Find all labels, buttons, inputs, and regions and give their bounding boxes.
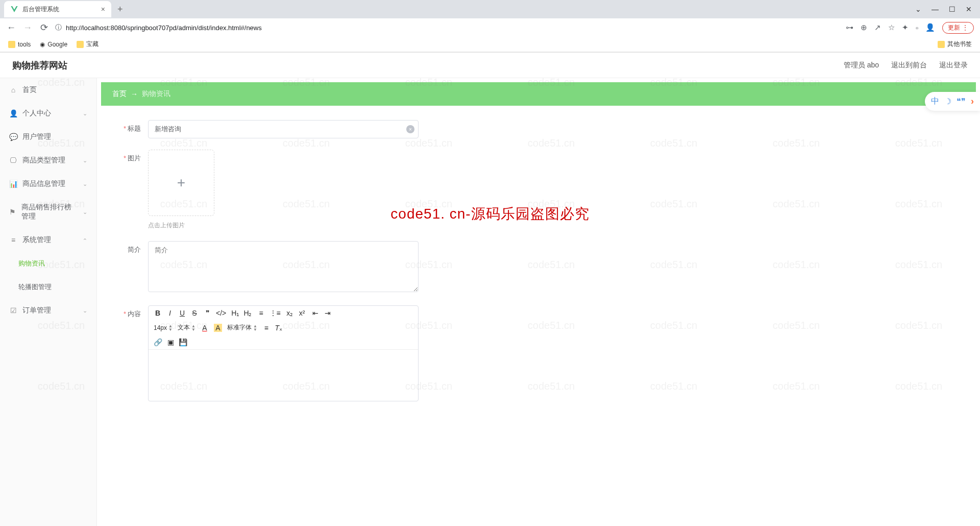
bookmark-google[interactable]: ◉Google (40, 41, 67, 48)
indent-right-icon[interactable]: ⇥ (324, 309, 332, 317)
float-toolbar: 中 ☽ ❝❞ › (925, 92, 980, 111)
rich-editor: B I U S ❞ </> H₁ H₂ (148, 305, 419, 401)
menu-label: 用户管理 (22, 132, 51, 141)
dropdown-icon[interactable]: ⌄ (915, 5, 921, 13)
sidebar-item-个人中心[interactable]: 👤个人中心⌄ (0, 102, 96, 125)
intro-textarea[interactable] (148, 241, 419, 292)
logout-link[interactable]: 退出登录 (939, 61, 968, 70)
chevron-down-icon: ⌄ (83, 181, 87, 187)
indent-left-icon[interactable]: ⇤ (311, 309, 320, 317)
breadcrumb-current: 购物资讯 (142, 89, 170, 99)
minimize-icon[interactable]: — (932, 5, 939, 13)
superscript-icon[interactable]: x² (298, 309, 306, 317)
sidebar-item-订单管理[interactable]: ☑订单管理⌄ (0, 299, 96, 322)
home-icon: ⌂ (9, 86, 17, 94)
zoom-icon[interactable]: ⊕ (861, 23, 867, 32)
close-window-icon[interactable]: ✕ (966, 5, 972, 13)
sidebar-item-商品销售排行榜管理[interactable]: ⚑商品销售排行榜管理⌄ (0, 196, 96, 228)
extension-icon[interactable]: ✦ (902, 23, 909, 32)
save-icon[interactable]: 💾 (179, 338, 187, 346)
bookmark-treasure[interactable]: 宝藏 (77, 40, 99, 49)
format-select[interactable]: 文本 ▲▼ (178, 323, 195, 332)
form: 标题 × 图片 + 点击上传图片 简介 (97, 110, 980, 423)
back-button[interactable]: ← (6, 22, 16, 33)
breadcrumb-home[interactable]: 首页 (112, 89, 127, 99)
expand-arrow-icon[interactable]: › (971, 96, 974, 107)
user-label[interactable]: 管理员 abo (844, 61, 879, 70)
lang-cn-button[interactable]: 中 (931, 96, 939, 107)
ordered-list-icon[interactable]: ≡ (257, 309, 265, 317)
profile-icon[interactable]: 👤 (925, 23, 935, 32)
font-size-select[interactable]: 14px ▲▼ (154, 324, 173, 331)
sidebar-item-商品类型管理[interactable]: 🖵商品类型管理⌄ (0, 149, 96, 172)
bookmark-icon[interactable]: ☆ (888, 23, 895, 32)
sidebar-item-系统管理[interactable]: ≡系统管理⌄ (0, 228, 96, 252)
new-tab-button[interactable]: + (111, 4, 129, 15)
folder-icon (8, 41, 15, 48)
clear-input-icon[interactable]: × (406, 125, 414, 133)
plus-icon: + (177, 175, 185, 191)
italic-icon[interactable]: I (166, 309, 174, 317)
browser-tab[interactable]: 后台管理系统 × (4, 1, 111, 17)
font-family-select[interactable]: 标准字体 ▲▼ (227, 323, 257, 332)
app-body: ⌂首页👤个人中心⌄💬用户管理🖵商品类型管理⌄📊商品信息管理⌄⚑商品销售排行榜管理… (0, 78, 980, 526)
close-tab-icon[interactable]: × (101, 5, 105, 13)
sidebar-item-首页[interactable]: ⌂首页 (0, 78, 96, 102)
image-icon[interactable]: ▣ (166, 338, 175, 346)
app-title: 购物推荐网站 (12, 59, 67, 71)
maximize-icon[interactable]: ☐ (949, 5, 955, 13)
sidebar-item-轮播图管理[interactable]: 轮播图管理 (0, 275, 96, 299)
chevron-down-icon: ⌄ (83, 157, 87, 164)
bg-color-icon[interactable]: A (214, 324, 222, 332)
label-title: 标题 (112, 120, 148, 133)
header-actions: 管理员 abo 退出到前台 退出登录 (844, 61, 968, 70)
code-icon[interactable]: </> (216, 309, 226, 317)
unordered-list-icon[interactable]: ⋮≡ (270, 309, 281, 317)
upload-hint: 点击上传图片 (148, 221, 419, 230)
quote-icon[interactable]: ❞ (204, 309, 212, 317)
app-header: 购物推荐网站 管理员 abo 退出到前台 退出登录 (0, 53, 980, 78)
goto-front-link[interactable]: 退出到前台 (891, 61, 927, 70)
sidebar-item-商品信息管理[interactable]: 📊商品信息管理⌄ (0, 172, 96, 196)
menu-label: 购物资讯 (18, 259, 45, 268)
reload-button[interactable]: ⟳ (39, 22, 49, 33)
align-left-icon[interactable]: ≡ (262, 324, 271, 332)
url-input[interactable]: ⓘ http://localhost:8080/springboot707pd/… (55, 23, 840, 32)
vue-icon (10, 5, 18, 13)
title-input[interactable] (148, 120, 419, 138)
share-icon[interactable]: ↗ (874, 23, 881, 32)
key-icon[interactable]: ⊶ (846, 23, 853, 32)
other-bookmarks[interactable]: 其他书签 (938, 40, 972, 49)
list-icon: ≡ (9, 236, 17, 244)
google-icon: ◉ (40, 41, 45, 48)
breadcrumb-sep-icon: → (131, 90, 138, 98)
h2-icon[interactable]: H₂ (243, 309, 252, 317)
moon-icon[interactable]: ☽ (944, 97, 951, 106)
breadcrumb: 首页 → 购物资讯 (101, 82, 976, 106)
tab-bar: 后台管理系统 × + ⌄ — ☐ ✕ (0, 0, 980, 18)
tab-title: 后台管理系统 (22, 5, 59, 14)
update-button[interactable]: 更新⋮ (942, 22, 974, 34)
chevron-down-icon: ⌄ (83, 110, 87, 117)
clear-format-icon[interactable]: Tₓ (275, 324, 283, 332)
forward-button[interactable]: → (22, 22, 33, 33)
strike-icon[interactable]: S (190, 309, 199, 317)
flag-icon: ⚑ (9, 208, 16, 216)
quote-toggle-icon[interactable]: ❝❞ (957, 97, 966, 106)
menu-label: 商品信息管理 (22, 179, 65, 188)
chart-icon: 📊 (9, 180, 17, 188)
h1-icon[interactable]: H₁ (231, 309, 239, 317)
bookmark-tools[interactable]: tools (8, 41, 31, 48)
link-icon[interactable]: 🔗 (154, 338, 162, 346)
label-content: 内容 (112, 305, 148, 319)
panel-icon[interactable]: ▫ (916, 23, 918, 32)
editor-content[interactable] (149, 350, 418, 401)
window-controls: ⌄ — ☐ ✕ (915, 5, 980, 13)
image-upload[interactable]: + (148, 150, 214, 216)
subscript-icon[interactable]: x₂ (286, 309, 294, 317)
underline-icon[interactable]: U (178, 309, 186, 317)
bold-icon[interactable]: B (154, 309, 162, 317)
sidebar-item-购物资讯[interactable]: 购物资讯 (0, 252, 96, 275)
font-color-icon[interactable]: A (201, 324, 209, 332)
sidebar-item-用户管理[interactable]: 💬用户管理 (0, 125, 96, 149)
